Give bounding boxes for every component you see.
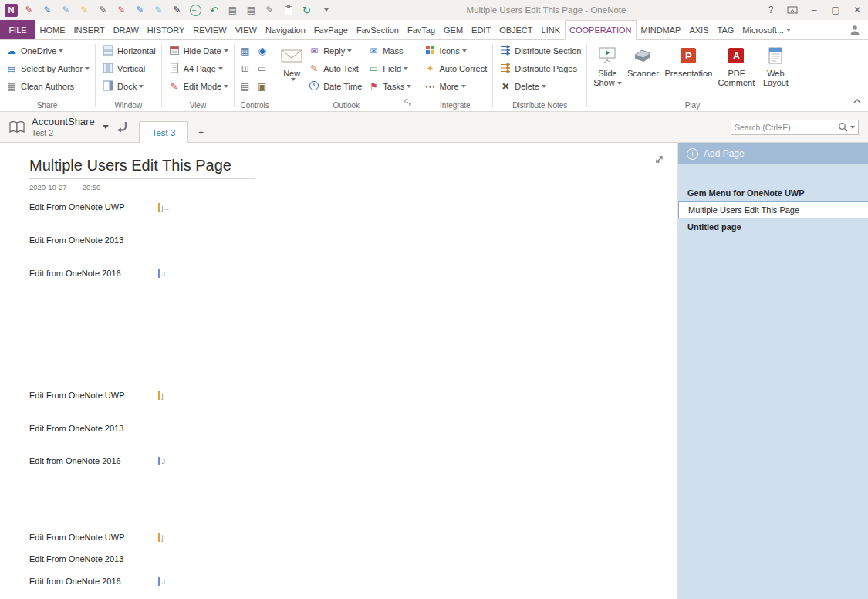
close-button[interactable]: ✕ <box>846 0 868 20</box>
dialog-launcher-icon[interactable] <box>404 96 412 110</box>
auto-text-button[interactable]: ✎ Auto Text <box>305 59 364 77</box>
back-circle-icon[interactable]: ← <box>190 5 201 16</box>
clipboard-icon[interactable] <box>281 3 296 18</box>
page-item-selected[interactable]: Multiple Users Edit This Page <box>678 201 868 218</box>
tab-favtag[interactable]: FavTag <box>403 20 439 39</box>
tab-view[interactable]: VIEW <box>231 20 261 39</box>
pen-icon-red-2[interactable]: ✎ <box>114 3 129 18</box>
slide-show-button[interactable]: Slide Show <box>590 42 624 87</box>
notebook-selector[interactable]: AccountShare Test 2 <box>8 117 116 137</box>
tab-file[interactable]: FILE <box>0 20 35 39</box>
qat-customize-caret[interactable] <box>318 3 333 18</box>
table-control-button[interactable]: ▦ <box>238 42 255 59</box>
tab-tag[interactable]: TAG <box>713 20 738 39</box>
field-button[interactable]: ▭ Field <box>364 59 414 77</box>
pencil-icon[interactable]: ✎ <box>262 3 277 18</box>
expand-page-icon[interactable] <box>654 154 665 168</box>
undo-icon[interactable]: ↶ <box>207 3 221 18</box>
tab-favpage[interactable]: FavPage <box>309 20 352 39</box>
note-line[interactable]: Edit From OneNote UWP j... <box>29 202 261 213</box>
tab-favsection[interactable]: FavSection <box>352 20 403 39</box>
select-by-author-button[interactable]: ▤ Select by Author <box>2 59 92 77</box>
minimize-button[interactable]: – <box>803 0 825 20</box>
tab-draw[interactable]: DRAW <box>109 20 143 39</box>
a4-page-button[interactable]: A4 Page <box>165 59 231 77</box>
note-line[interactable]: Edit from OneNote 2016 J <box>29 269 261 279</box>
presentation-button[interactable]: P Presentation <box>661 42 715 78</box>
tab-review[interactable]: REVIEW <box>189 20 231 39</box>
tab-home[interactable]: HOME <box>35 20 69 39</box>
reply-button[interactable]: ✉ Reply <box>305 42 364 59</box>
collapse-ribbon-button[interactable] <box>853 93 862 107</box>
tab-microsoft[interactable]: Microsoft... <box>738 20 795 39</box>
mass-button[interactable]: ✉ Mass <box>364 42 414 59</box>
note-line[interactable]: Edit From OneNote UWP j... <box>29 391 261 401</box>
note-line[interactable]: Edit from OneNote 2016 J <box>29 577 261 587</box>
tab-axis[interactable]: AXIS <box>685 20 713 39</box>
help-button[interactable]: ? <box>760 0 782 20</box>
section-tab-test3[interactable]: Test 3 <box>139 121 189 143</box>
note-line[interactable]: Edit from OneNote 2016 J <box>29 456 261 467</box>
search-scope-caret[interactable] <box>850 126 855 129</box>
journal-icon-2[interactable]: ▤ <box>244 3 258 18</box>
vertical-button[interactable]: Vertical <box>99 59 158 77</box>
more-button[interactable]: ⋯ More <box>420 77 489 95</box>
journal-icon[interactable]: ▤ <box>225 3 240 18</box>
horizontal-button[interactable]: Horizontal <box>99 42 158 59</box>
pen-icon-gray[interactable]: ✎ <box>96 3 110 18</box>
tab-gem[interactable]: GEM <box>440 20 468 39</box>
add-page-button[interactable]: + Add Page <box>678 143 868 164</box>
tab-history[interactable]: HISTORY <box>143 20 189 39</box>
onenote-logo-icon[interactable]: N <box>5 4 18 17</box>
search-input[interactable] <box>735 123 838 132</box>
pen-icon-blue-2[interactable]: ✎ <box>133 3 147 18</box>
pdf-comment-button[interactable]: A PDF Comment <box>715 42 757 87</box>
account-button[interactable] <box>842 20 868 39</box>
date-time-button[interactable]: Date Time <box>305 77 364 95</box>
icons-button[interactable]: Icons <box>420 42 489 59</box>
dock-button[interactable]: Dock <box>99 77 158 95</box>
page-item-gem-menu[interactable]: Gem Menu for OneNote UWP <box>678 184 868 201</box>
tab-cooperation[interactable]: COOPERATION <box>565 20 637 40</box>
toolbox-control-button[interactable]: ▣ <box>255 77 272 95</box>
note-line[interactable]: Edit From OneNote 2013 <box>29 424 261 435</box>
tab-edit[interactable]: EDIT <box>468 20 495 39</box>
clean-authors-button[interactable]: ▦ Clean Authors <box>2 77 92 95</box>
chart-control-button[interactable]: ▤ <box>238 77 255 95</box>
button-control-button[interactable]: ▭ <box>255 59 272 77</box>
pen-icon-red[interactable]: ✎ <box>22 3 36 18</box>
tab-navigation[interactable]: Navigation <box>261 20 309 39</box>
note-line[interactable]: Edit From OneNote 2013 <box>29 235 261 246</box>
note-line[interactable]: Edit From OneNote 2013 <box>29 554 261 565</box>
highlighter-icon-cyan[interactable]: ✎ <box>151 3 166 18</box>
back-navigation-button[interactable] <box>116 120 130 135</box>
new-email-button[interactable]: New <box>279 42 305 81</box>
new-section-tab[interactable]: + <box>188 121 214 142</box>
tasks-button[interactable]: ⚑ Tasks <box>364 77 414 95</box>
distribute-section-button[interactable]: Distribute Section <box>496 42 583 59</box>
web-layout-button[interactable]: Web Layout <box>757 42 794 87</box>
tab-link[interactable]: LINK <box>537 20 564 39</box>
onedrive-button[interactable]: ☁ OneDrive <box>2 42 92 59</box>
ribbon-display-options-button[interactable] <box>782 0 803 20</box>
note-line[interactable]: Edit From OneNote UWP j... <box>29 533 261 543</box>
auto-correct-button[interactable]: ✦ Auto Correct <box>420 59 489 77</box>
scanner-button[interactable]: Scanner <box>624 42 661 78</box>
grid-control-button[interactable]: ⊞ <box>238 59 255 77</box>
pen-icon-black[interactable]: ✎ <box>170 3 184 18</box>
highlighter-icon-yellow[interactable]: ✎ <box>77 3 92 18</box>
maximize-button[interactable]: ▢ <box>825 0 846 20</box>
tab-insert[interactable]: INSERT <box>69 20 109 39</box>
pen-icon-blue[interactable]: ✎ <box>40 3 55 18</box>
tab-mindmap[interactable]: MINDMAP <box>637 20 685 39</box>
tab-object[interactable]: OBJECT <box>495 20 537 39</box>
page-canvas[interactable]: Multiple Users Edit This Page 2020-10-27… <box>0 143 678 599</box>
edit-mode-button[interactable]: ✎ Edit Mode <box>165 77 231 95</box>
hide-date-button[interactable]: Hide Date <box>165 42 231 59</box>
share-meeting-icon[interactable]: ↻ <box>299 3 314 18</box>
page-item-untitled[interactable]: Untitled page <box>678 218 868 235</box>
page-title[interactable]: Multiple Users Edit This Page <box>29 157 231 174</box>
radio-control-button[interactable]: ◉ <box>255 42 272 59</box>
distribute-pages-button[interactable]: Distribute Pages <box>496 59 583 77</box>
pen-icon-lightblue[interactable]: ✎ <box>59 3 73 18</box>
